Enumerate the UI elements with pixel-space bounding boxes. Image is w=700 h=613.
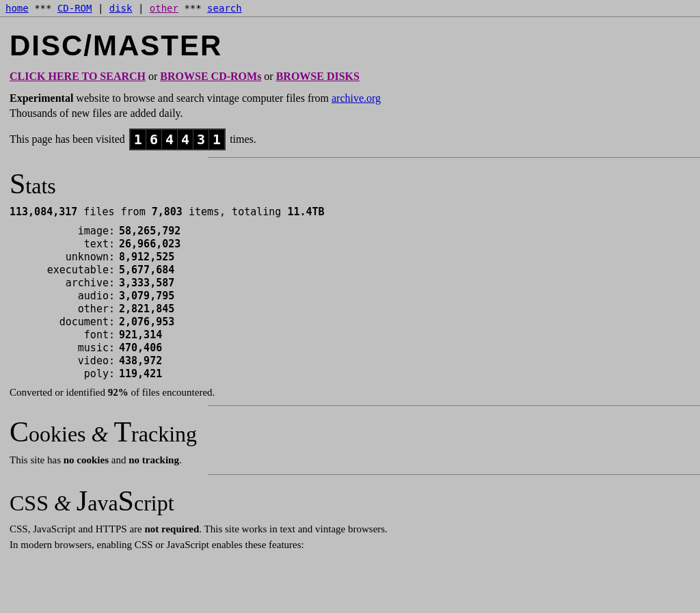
cookies-heading: Cookies & Tracking [10, 416, 690, 448]
no-tracking-text: no tracking [129, 454, 179, 465]
stats-value-other: 2,821,845 [119, 303, 187, 315]
js-heading-j: J [77, 485, 88, 517]
stats-label-other: other: [10, 303, 119, 315]
js-line1: CSS, JavaScript and HTTPS are not requir… [10, 521, 690, 537]
counter-digit-2: 4 [162, 130, 178, 149]
nav-stars2: *** [184, 3, 201, 14]
stats-value-executable: 5,677,684 [119, 264, 187, 276]
cookies-section: Cookies & Tracking This site has no cook… [10, 416, 690, 468]
js-line2: In modern browsers, enabling CSS or Java… [10, 537, 690, 553]
stats-label-document: document: [10, 316, 119, 328]
archive-link[interactable]: archive.org [332, 92, 381, 104]
cookies-suffix: . [179, 454, 182, 465]
stats-row-other: other: 2,821,845 [10, 303, 690, 315]
main-links: CLICK HERE TO SEARCH or BROWSE CD-ROMs o… [10, 70, 690, 83]
stats-value-document: 2,076,953 [119, 316, 187, 328]
stats-row-text: text: 26,966,023 [10, 238, 690, 250]
stats-row-font: font: 921,314 [10, 329, 690, 341]
total-size: 11.4TB [287, 206, 324, 218]
browse-cdroms-link[interactable]: BROWSE CD-ROMs [160, 70, 261, 82]
stats-value-font: 921,314 [119, 329, 187, 341]
no-cookies-text: no cookies [64, 454, 109, 465]
stats-label-music: music: [10, 342, 119, 354]
stats-value-video: 438,972 [119, 355, 187, 367]
cookies-text: This site has no cookies and no tracking… [10, 452, 690, 468]
visit-counter-line: This page has been visited 1 6 4 4 3 1 t… [10, 128, 690, 150]
stats-value-archive: 3,333,587 [119, 277, 187, 289]
conversion-prefix: Converted or identified [10, 387, 108, 398]
stats-label-unknown: unknown: [10, 251, 119, 263]
conversion-note: Converted or identified 92% of files enc… [10, 387, 690, 398]
divider-2 [208, 405, 700, 406]
or-text-2: or [264, 70, 275, 82]
stats-summary: 113,084,317 files from 7,803 items, tota… [10, 206, 690, 218]
stats-heading-s: S [10, 168, 25, 200]
stats-label-video: video: [10, 355, 119, 367]
stats-value-unknown: 8,912,525 [119, 251, 187, 263]
divider-1 [208, 157, 700, 158]
nav-disk[interactable]: disk [109, 3, 133, 14]
counter-digit-5: 1 [209, 130, 224, 149]
nav-sep2: | [138, 3, 150, 14]
browse-disks-link[interactable]: BROWSE DISKS [276, 70, 360, 82]
stats-row-unknown: unknown: 8,912,525 [10, 251, 690, 263]
or-text-1: or [148, 70, 160, 82]
stats-value-audio: 3,079,795 [119, 290, 187, 302]
description-middle: website to browse and search vintage com… [73, 92, 332, 104]
cookies-heading-c: C [10, 416, 29, 448]
stats-row-archive: archive: 3,333,587 [10, 277, 690, 289]
stats-label-font: font: [10, 329, 119, 341]
stats-heading-rest: tats [25, 174, 55, 198]
stats-label-image: image: [10, 225, 119, 237]
tracking-heading-t: T [113, 416, 131, 448]
js-prefix: CSS, JavaScript and HTTPS are [10, 523, 144, 534]
nav-home[interactable]: home [5, 3, 29, 14]
description-line1: Experimental website to browse and searc… [10, 91, 690, 106]
js-suffix: . This site works in text and vintage br… [199, 523, 388, 534]
description-line2: Thousands of new files are added daily. [10, 106, 690, 121]
nav-other[interactable]: other [150, 3, 178, 14]
stats-value-text: 26,966,023 [119, 238, 187, 250]
stats-row-document: document: 2,076,953 [10, 316, 690, 328]
stats-row-poly: poly: 119,421 [10, 368, 690, 380]
nav-sep1: | [98, 3, 109, 14]
site-logo: DISC/MASTER [10, 29, 690, 62]
counter-digit-3: 4 [178, 130, 193, 149]
stats-row-image: image: 58,265,792 [10, 225, 690, 237]
description: Experimental website to browse and searc… [10, 91, 690, 122]
counter-display: 1 6 4 4 3 1 [129, 128, 226, 150]
stats-section: Stats 113,084,317 files from 7,803 items… [10, 167, 690, 398]
click-search-link[interactable]: CLICK HERE TO SEARCH [10, 70, 146, 82]
stats-row-music: music: 470,406 [10, 342, 690, 354]
nav-stars1: *** [34, 3, 51, 14]
divider-3 [208, 474, 700, 475]
counter-prefix: This page has been visited [10, 133, 125, 146]
conversion-suffix: of files encountered. [129, 387, 215, 398]
total-items: 7,803 [152, 206, 183, 218]
js-heading-s2: S [118, 485, 134, 517]
js-heading: CSS & JavaScript [10, 485, 690, 517]
stats-value-image: 58,265,792 [119, 225, 187, 237]
stats-heading: Stats [10, 167, 690, 200]
logo-text: DISC/MASTER [10, 29, 222, 62]
stats-value-music: 470,406 [119, 342, 187, 354]
counter-suffix: times. [230, 133, 256, 146]
nav-search[interactable]: search [207, 3, 242, 14]
top-navigation: home *** CD-ROM | disk | other *** searc… [0, 0, 700, 17]
cookies-prefix: This site has [10, 454, 64, 465]
not-required-text: not required [144, 523, 199, 534]
counter-digit-4: 3 [193, 130, 209, 149]
counter-digit-0: 1 [131, 130, 146, 149]
stats-label-poly: poly: [10, 368, 119, 380]
conversion-pct: 92% [108, 387, 129, 398]
counter-digit-1: 6 [146, 130, 162, 149]
stats-value-poly: 119,421 [119, 368, 187, 380]
stats-label-text: text: [10, 238, 119, 250]
stats-row-video: video: 438,972 [10, 355, 690, 367]
stats-row-audio: audio: 3,079,795 [10, 290, 690, 302]
nav-cdrom[interactable]: CD-ROM [57, 3, 92, 14]
stats-label-executable: executable: [10, 264, 119, 276]
stats-row-executable: executable: 5,677,684 [10, 264, 690, 276]
stats-table: image: 58,265,792 text: 26,966,023 unkno… [10, 225, 690, 380]
stats-label-archive: archive: [10, 277, 119, 289]
